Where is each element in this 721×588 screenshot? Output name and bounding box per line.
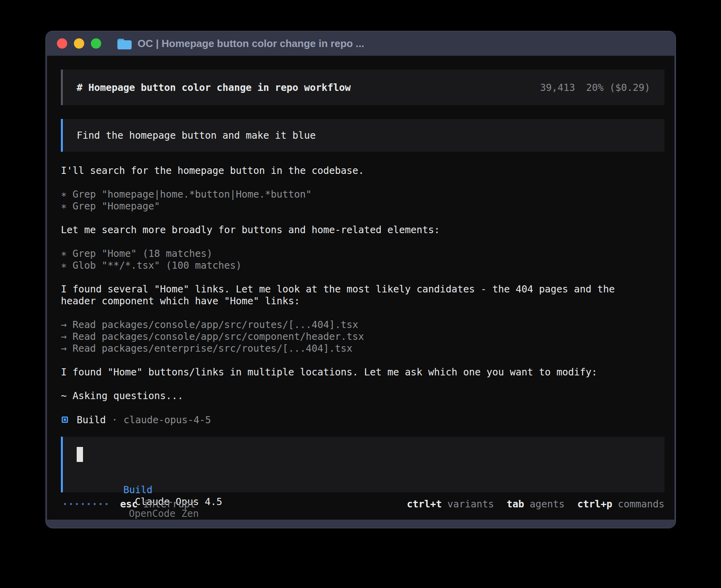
agents-key: tab xyxy=(507,498,524,510)
tool-call-line: ∗ Grep "Home" (18 matches) xyxy=(61,248,664,260)
assistant-transcript: I'll search for the homepage button in t… xyxy=(61,165,664,426)
titlebar: OC | Homepage button color change in rep… xyxy=(46,31,676,56)
agent-separator: · xyxy=(112,414,118,426)
tool-call-line: ∗ Glob "**/*.tsx" (100 matches) xyxy=(61,260,664,271)
token-count: 39,413 xyxy=(540,82,575,93)
user-message: Find the homepage button and make it blu… xyxy=(61,119,664,152)
assistant-text-line: I found "Home" buttons/links in multiple… xyxy=(61,366,664,378)
text-cursor xyxy=(77,447,83,462)
assistant-text-line: header component which have "Home" links… xyxy=(61,295,664,307)
terminal-window: OC | Homepage button color change in rep… xyxy=(45,31,676,528)
assistant-text-line: Let me search more broadly for buttons a… xyxy=(61,224,664,236)
user-message-text: Find the homepage button and make it blu… xyxy=(77,130,316,141)
variants-label: variants xyxy=(447,498,494,510)
context-usage: 20% ($0.29) xyxy=(586,82,650,93)
esc-key: esc xyxy=(120,498,138,510)
tool-call-line: → Read packages/console/app/src/routes/[… xyxy=(61,319,664,331)
tool-call-line: → Read packages/enterprise/src/routes/[.… xyxy=(61,343,664,354)
zoom-window-button[interactable] xyxy=(91,38,101,49)
spinner-dots-icon xyxy=(64,503,108,505)
session-stats: 39,413 20% ($0.29) xyxy=(540,82,650,93)
session-title: # Homepage button color change in repo w… xyxy=(77,82,351,93)
assistant-text-line: I found several "Home" links. Let me loo… xyxy=(61,283,664,295)
commands-label: commands xyxy=(618,498,664,510)
agent-model: claude-opus-4-5 xyxy=(124,414,211,426)
assistant-text-line: I'll search for the homepage button in t… xyxy=(61,165,664,177)
esc-hint: esc interrupt xyxy=(120,498,196,510)
agent-name: Build xyxy=(77,414,106,426)
tool-call-line: ∗ Grep "homepage|home.*button|Home.*butt… xyxy=(61,188,664,200)
input-model-line: Build Claude Opus 4.5 OpenCode Zen xyxy=(77,472,651,484)
agent-build-icon xyxy=(62,416,68,423)
variants-key: ctrl+t xyxy=(407,498,442,510)
status-text-line: ~ Asking questions... xyxy=(61,390,664,402)
status-bar: esc interrupt ctrl+t variants tab agents… xyxy=(61,498,664,510)
folder-icon xyxy=(117,37,132,50)
commands-hint: ctrl+p commands xyxy=(577,498,664,510)
tool-call-line: ∗ Grep "Homepage" xyxy=(61,200,664,212)
variants-hint: ctrl+t variants xyxy=(407,498,494,510)
agents-hint: tab agents xyxy=(507,498,565,510)
prompt-input[interactable]: Build Claude Opus 4.5 OpenCode Zen xyxy=(61,437,664,492)
input-agent-label: Build xyxy=(123,484,153,496)
esc-label: interrupt xyxy=(143,498,196,510)
session-header: # Homepage button color change in repo w… xyxy=(61,70,664,105)
agents-label: agents xyxy=(530,498,565,510)
minimize-window-button[interactable] xyxy=(74,38,84,49)
tool-call-line: → Read packages/console/app/src/componen… xyxy=(61,331,664,343)
close-window-button[interactable] xyxy=(57,38,67,49)
window-title: OC | Homepage button color change in rep… xyxy=(138,38,364,50)
agent-status-row: Build · claude-opus-4-5 xyxy=(61,414,664,426)
shortcut-hints: ctrl+t variants tab agents ctrl+p comman… xyxy=(407,498,664,510)
terminal-content: # Homepage button color change in repo w… xyxy=(47,56,674,520)
commands-key: ctrl+p xyxy=(577,498,612,510)
